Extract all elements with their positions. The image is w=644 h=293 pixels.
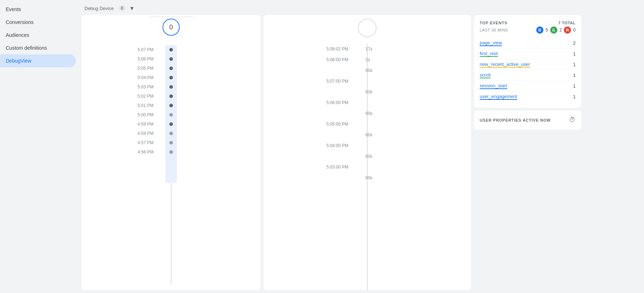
timeline-middle-panel: 5:08:02 PM 17s 5:08:00 PM 2s 60s 5:07:00… (263, 15, 471, 290)
middle-timeline-row: 5:03:00 PM (263, 162, 471, 172)
middle-timeline-row: 5:05:00 PM (263, 119, 471, 130)
event-name-link[interactable]: user_engagement (480, 94, 517, 100)
timeline-row: 5:04 PM (82, 73, 261, 82)
timeline-dot[interactable] (169, 57, 173, 61)
timeline-dot[interactable] (169, 104, 173, 107)
last-mins-label: LAST 30 MINS (480, 28, 508, 32)
main-content: Debug Device 0 ▾ 0 5:07 PM 5:06 PM 5:05 … (79, 0, 644, 293)
timeline-row: 5:07 PM (82, 45, 261, 54)
sidebar-item-debugview[interactable]: DebugView (0, 54, 76, 67)
timeline-row: 4:57 PM (82, 138, 261, 147)
event-row: new_recent_active_user 1 (480, 59, 576, 70)
top-events-card: TOP EVENTS 7 TOTAL LAST 30 MINS B5G2R0 p… (474, 15, 581, 108)
timeline-time: 5:07 PM (82, 47, 162, 52)
middle-timeline-row: 5:07:00 PM (263, 76, 471, 87)
event-row: scroll 1 (480, 70, 576, 81)
badge-red: R (564, 26, 571, 34)
event-name-link[interactable]: first_visit (480, 51, 498, 57)
user-properties-card: USER PROPERTIES ACTIVE NOW ⏱ (474, 111, 581, 130)
middle-timeline-row: 5:04:00 PM (263, 140, 471, 151)
timeline-middle-scroll[interactable]: 5:08:02 PM 17s 5:08:00 PM 2s 60s 5:07:00… (263, 15, 471, 290)
middle-timeline-row: 60s (263, 130, 471, 140)
middle-timeline-row: 5:06:00 PM (263, 97, 471, 108)
event-row: first_visit 1 (480, 49, 576, 59)
middle-label: 60s (357, 111, 372, 116)
events-total-count: 7 TOTAL (558, 21, 576, 25)
events-header: TOP EVENTS 7 TOTAL (480, 21, 576, 25)
top-events-title: TOP EVENTS (480, 21, 507, 25)
middle-timeline-row: 60s (263, 108, 471, 119)
middle-timeline-row: 60s (263, 172, 471, 183)
timeline-time: 4:58 PM (82, 131, 162, 136)
timeline-time: 5:02 PM (82, 94, 162, 99)
event-count: 1 (573, 51, 576, 57)
timeline-time: 5:01 PM (82, 103, 162, 108)
sidebar-item-audiences[interactable]: Audiences (0, 29, 76, 41)
timeline-dot[interactable] (169, 150, 173, 154)
sidebar-item-custom-definitions[interactable]: Custom definitions (0, 41, 76, 54)
user-props-title: USER PROPERTIES ACTIVE NOW (480, 118, 551, 122)
timeline-left-scroll[interactable]: 5:07 PM 5:06 PM 5:05 PM 5:04 PM 5:03 PM … (82, 20, 261, 290)
middle-timeline-row: 60s (263, 87, 471, 97)
history-icon[interactable]: ⏱ (569, 116, 576, 124)
event-rows: page_view 2 first_visit 1 new_recent_act… (480, 38, 576, 102)
middle-timeline-row: 60s (263, 151, 471, 162)
event-name-link[interactable]: session_start (480, 83, 507, 89)
timeline-dot[interactable] (169, 94, 173, 98)
event-count: 2 (573, 40, 576, 46)
timeline-time: 4:57 PM (82, 140, 162, 145)
middle-time: 5:06:00 PM (263, 100, 357, 105)
timeline-row: 4:56 PM (82, 147, 261, 157)
page-header: Debug Device 0 ▾ (79, 0, 644, 12)
badge-count-blue: 5 (546, 28, 548, 33)
middle-timeline-row: 5:08:00 PM 2s (263, 54, 471, 65)
timeline-time: 5:04 PM (82, 75, 162, 80)
timeline-row: 5:03 PM (82, 82, 261, 92)
middle-entries-container: 5:08:02 PM 17s 5:08:00 PM 2s 60s 5:07:00… (263, 44, 471, 183)
timeline-dot[interactable] (169, 48, 173, 52)
middle-label: 60s (357, 132, 372, 137)
middle-top-circle (358, 19, 377, 37)
events-subheader: LAST 30 MINS B5G2R0 (480, 26, 576, 34)
badge-count-red: 0 (573, 28, 576, 33)
event-row: user_engagement 1 (480, 92, 576, 102)
middle-time: 5:03:00 PM (263, 165, 357, 170)
timeline-time: 4:59 PM (82, 122, 162, 127)
badge-count-green: 2 (560, 28, 562, 33)
middle-time: 5:07:00 PM (263, 79, 357, 84)
middle-timeline-row: 60s (263, 65, 471, 76)
timeline-dot[interactable] (169, 113, 173, 117)
timeline-row: 4:59 PM (82, 119, 261, 129)
badge-blue: B (536, 26, 543, 34)
middle-label: 60s (357, 68, 372, 73)
event-count: 1 (573, 94, 576, 99)
timeline-dot[interactable] (169, 67, 173, 70)
event-name-link[interactable]: scroll (480, 72, 490, 78)
event-name-link[interactable]: page_view (480, 40, 502, 46)
timeline-row: 5:02 PM (82, 92, 261, 101)
timeline-dot[interactable] (169, 85, 173, 89)
sidebar-item-events[interactable]: Events (0, 3, 76, 16)
event-count: 1 (573, 73, 576, 78)
middle-time: 5:04:00 PM (263, 143, 357, 148)
timeline-time: 5:06 PM (82, 57, 162, 62)
timeline-dot[interactable] (169, 122, 173, 126)
content-area: 0 5:07 PM 5:06 PM 5:05 PM 5:04 PM 5:03 P… (79, 12, 644, 293)
middle-label: 60s (357, 154, 372, 159)
timeline-time: 5:05 PM (82, 66, 162, 71)
sidebar-item-conversions[interactable]: Conversions (0, 16, 76, 29)
timeline-dot[interactable] (169, 132, 173, 135)
timeline-dot[interactable] (169, 141, 173, 145)
middle-label: 60s (357, 89, 372, 94)
timeline-entries-container: 5:07 PM 5:06 PM 5:05 PM 5:04 PM 5:03 PM … (82, 45, 261, 157)
middle-time: 5:05:00 PM (263, 122, 357, 127)
timeline-dot[interactable] (169, 76, 173, 79)
timeline-top-count: 0 (163, 19, 180, 36)
badge-green: G (550, 26, 557, 34)
timeline-row: 4:58 PM (82, 129, 261, 138)
device-dropdown-arrow[interactable]: ▾ (130, 4, 134, 12)
timeline-row: 5:01 PM (82, 101, 261, 110)
event-name-link[interactable]: new_recent_active_user (480, 62, 530, 68)
middle-timeline-row: 5:08:02 PM 17s (263, 44, 471, 54)
timeline-left-panel: 0 5:07 PM 5:06 PM 5:05 PM 5:04 PM 5:03 P… (82, 15, 261, 290)
